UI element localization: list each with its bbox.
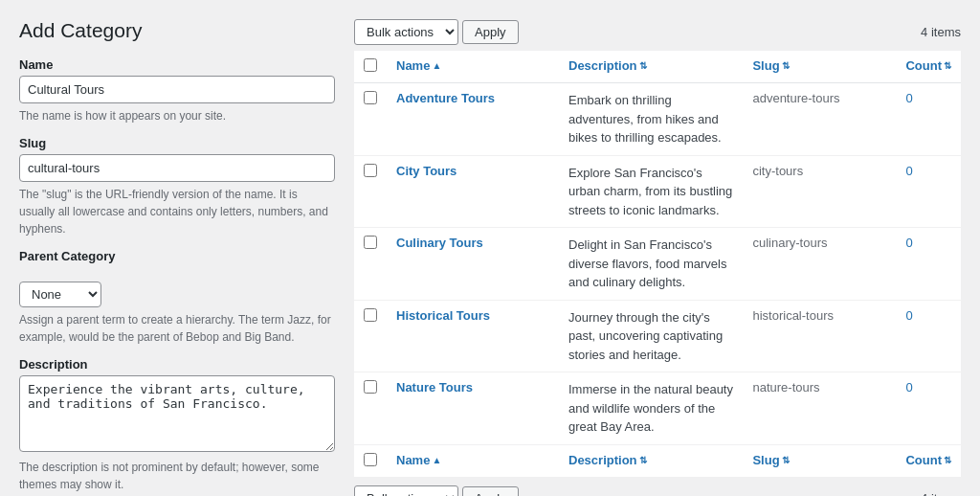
name-input[interactable]: [19, 76, 335, 103]
row-name-cell: Culinary Tours: [387, 228, 559, 301]
desc-sort-arrow: ⇅: [639, 60, 647, 71]
row-checkbox-cell: [354, 300, 387, 372]
row-desc-cell: Journey through the city's past, uncover…: [559, 300, 743, 372]
desc-sort-link[interactable]: Description ⇅: [568, 58, 647, 73]
table-row: Culinary Tours Delight in San Francisco'…: [354, 228, 961, 301]
parent-label: Parent Category: [19, 249, 335, 263]
desc-col-footer: Description ⇅: [559, 444, 743, 477]
row-checkbox[interactable]: [364, 308, 377, 322]
row-count-cell: 0: [896, 300, 961, 372]
add-category-panel: Add Category Name The name is how it app…: [19, 19, 335, 496]
row-checkbox-cell: [354, 155, 387, 228]
name-hint: The name is how it appears on your site.: [19, 107, 335, 124]
row-count-cell: 0: [896, 83, 961, 156]
slug-sort-link[interactable]: Slug ⇅: [752, 58, 789, 73]
table-top-bar: Bulk actions Apply 4 items: [354, 19, 961, 45]
row-checkbox[interactable]: [364, 236, 377, 249]
bulk-actions-bottom: Bulk actions Apply: [354, 485, 519, 497]
table-row: City Tours Explore San Francisco's urban…: [354, 155, 961, 228]
count-col-label-footer: Count: [905, 453, 942, 467]
name-col-label-footer: Name: [396, 453, 430, 467]
check-all-header: [354, 51, 387, 83]
name-label: Name: [19, 57, 335, 72]
table-row: Historical Tours Journey through the cit…: [354, 300, 961, 372]
name-column-header: Name ▲: [387, 51, 559, 83]
row-slug-cell: historical-tours: [743, 300, 896, 372]
row-name-cell: Adventure Tours: [387, 83, 559, 156]
row-name-link[interactable]: Culinary Tours: [396, 236, 483, 250]
slug-input[interactable]: [19, 154, 335, 182]
slug-col-label-footer: Slug: [752, 453, 779, 467]
apply-button-top[interactable]: Apply: [462, 20, 519, 44]
slug-field-group: Slug The "slug" is the URL-friendly vers…: [19, 136, 335, 237]
row-slug-cell: city-tours: [743, 155, 896, 228]
row-checkbox[interactable]: [364, 164, 377, 177]
name-field-group: Name The name is how it appears on your …: [19, 57, 335, 124]
row-checkbox[interactable]: [364, 380, 377, 394]
description-hint: The description is not prominent by defa…: [19, 459, 335, 493]
name-sort-arrow: ▲: [432, 60, 441, 71]
row-count-cell: 0: [896, 155, 961, 228]
count-column-header: Count ⇅: [896, 51, 961, 83]
apply-button-bottom[interactable]: Apply: [462, 486, 519, 497]
table-bottom-bar: Bulk actions Apply 4 items: [354, 485, 961, 497]
row-desc-cell: Explore San Francisco's urban charm, fro…: [559, 155, 743, 228]
slug-sort-arrow: ⇅: [782, 60, 790, 71]
check-all-checkbox[interactable]: [364, 58, 377, 72]
slug-col-label: Slug: [752, 58, 779, 73]
row-desc-cell: Embark on thrilling adventures, from hik…: [559, 83, 743, 156]
row-checkbox-cell: [354, 228, 387, 301]
description-textarea[interactable]: Experience the vibrant arts, culture, an…: [19, 375, 335, 452]
bulk-actions-select-bottom[interactable]: Bulk actions: [354, 485, 458, 497]
count-sort-link-footer[interactable]: Count ⇅: [905, 453, 951, 467]
parent-select[interactable]: None: [19, 282, 101, 307]
items-count-bottom: 4 items: [921, 491, 961, 497]
row-slug-cell: adventure-tours: [743, 83, 896, 156]
table-header-row: Name ▲ Description ⇅ Slug ⇅: [354, 51, 961, 83]
bulk-actions-select-top[interactable]: Bulk actions: [354, 19, 458, 45]
row-name-link[interactable]: City Tours: [396, 164, 457, 178]
slug-hint: The "slug" is the URL-friendly version o…: [19, 186, 335, 237]
name-sort-arrow-footer: ▲: [432, 455, 441, 465]
name-sort-link[interactable]: Name ▲: [396, 58, 441, 73]
parent-hint: Assign a parent term to create a hierarc…: [19, 311, 335, 346]
row-name-link[interactable]: Historical Tours: [396, 308, 490, 323]
row-desc-cell: Immerse in the natural beauty and wildli…: [559, 372, 743, 445]
desc-sort-arrow-footer: ⇅: [639, 455, 647, 465]
parent-field-group: Parent Category None Assign a parent ter…: [19, 249, 335, 346]
desc-sort-link-footer[interactable]: Description ⇅: [568, 453, 647, 467]
row-count-cell: 0: [896, 228, 961, 301]
description-column-header: Description ⇅: [559, 51, 743, 83]
row-checkbox[interactable]: [364, 91, 377, 104]
slug-column-header: Slug ⇅: [743, 51, 896, 83]
description-field-group: Description Experience the vibrant arts,…: [19, 357, 335, 493]
count-col-label: Count: [905, 58, 942, 73]
desc-col-label-footer: Description: [568, 453, 637, 467]
row-name-cell: Nature Tours: [387, 372, 559, 445]
table-row: Adventure Tours Embark on thrilling adve…: [354, 83, 961, 156]
description-label: Description: [19, 357, 335, 372]
row-name-cell: City Tours: [387, 155, 559, 228]
row-desc-cell: Delight in San Francisco's diverse flavo…: [559, 228, 743, 301]
panel-title: Add Category: [19, 19, 335, 42]
slug-col-footer: Slug ⇅: [743, 444, 896, 477]
items-count-top: 4 items: [921, 25, 961, 39]
check-all-checkbox-footer[interactable]: [364, 453, 377, 466]
row-name-link[interactable]: Nature Tours: [396, 380, 473, 395]
table-footer-row: Name ▲ Description ⇅ Slug ⇅: [354, 444, 961, 477]
row-slug-cell: culinary-tours: [743, 228, 896, 301]
name-sort-link-footer[interactable]: Name ▲: [396, 453, 441, 467]
row-name-link[interactable]: Adventure Tours: [396, 91, 495, 105]
name-col-label: Name: [396, 58, 430, 73]
slug-sort-arrow-footer: ⇅: [782, 455, 790, 465]
count-sort-link[interactable]: Count ⇅: [905, 58, 951, 73]
row-count-cell: 0: [896, 372, 961, 445]
slug-sort-link-footer[interactable]: Slug ⇅: [752, 453, 789, 467]
row-checkbox-cell: [354, 372, 387, 445]
count-sort-arrow: ⇅: [944, 60, 951, 71]
count-col-footer: Count ⇅: [896, 444, 961, 477]
row-checkbox-cell: [354, 83, 387, 156]
categories-table: Name ▲ Description ⇅ Slug ⇅: [354, 51, 961, 478]
categories-table-panel: Bulk actions Apply 4 items Name ▲: [354, 19, 961, 496]
table-row: Nature Tours Immerse in the natural beau…: [354, 372, 961, 445]
